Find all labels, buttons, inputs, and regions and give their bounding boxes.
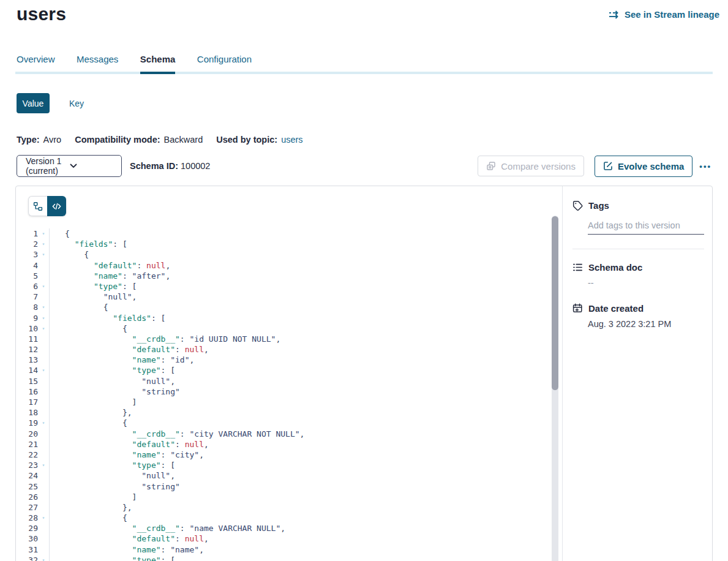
- gutter-line: 7: [24, 292, 49, 302]
- tags-section-header: Tags: [572, 200, 704, 211]
- schema-panel: 1▾2▾3▾456▾78▾9▾10▾11121314▾1516171819▾20…: [15, 186, 713, 561]
- fold-icon[interactable]: ▾: [38, 249, 49, 260]
- line-number: 3: [24, 249, 38, 260]
- gutter-line: 3▾: [24, 249, 49, 260]
- fold-icon[interactable]: ▾: [38, 313, 49, 323]
- edit-icon: [603, 161, 613, 171]
- code-line: {: [65, 249, 304, 260]
- gutter-line: 4: [24, 260, 49, 271]
- fold-icon: [38, 407, 49, 418]
- schema-id: Schema ID: 100002: [130, 161, 210, 171]
- fold-icon[interactable]: ▾: [38, 365, 49, 375]
- tab-bar: Overview Messages Schema Configuration: [15, 54, 713, 74]
- line-number: 21: [24, 439, 38, 450]
- code-line: ]: [65, 397, 304, 407]
- code-line: "type": [: [65, 555, 304, 561]
- gutter-line: 31: [24, 544, 49, 555]
- fold-icon: [38, 523, 49, 533]
- fold-icon: [38, 429, 49, 439]
- compare-versions-button[interactable]: Compare versions: [478, 156, 584, 176]
- gutter-line: 24: [24, 470, 49, 481]
- tab-messages[interactable]: Messages: [77, 54, 118, 72]
- key-tab-button[interactable]: Key: [64, 99, 89, 108]
- line-number: 24: [24, 470, 38, 481]
- fold-icon: [38, 533, 49, 544]
- fold-icon[interactable]: ▾: [38, 281, 49, 292]
- code-line: "name": "name",: [65, 544, 304, 555]
- line-number: 13: [24, 355, 38, 365]
- fold-icon[interactable]: ▾: [38, 323, 49, 334]
- line-number: 2: [24, 239, 38, 249]
- gutter-line: 8▾: [24, 302, 49, 312]
- code-line: "type": [: [65, 281, 304, 292]
- code-line: "type": [: [65, 365, 304, 375]
- gutter-line: 23▾: [24, 460, 49, 470]
- schema-code-pane: 1▾2▾3▾456▾78▾9▾10▾11121314▾1516171819▾20…: [16, 186, 562, 561]
- fold-icon: [38, 376, 49, 386]
- line-number: 1: [24, 228, 38, 239]
- code-line: "string": [65, 386, 304, 397]
- fold-icon: [38, 397, 49, 407]
- tab-schema[interactable]: Schema: [140, 54, 176, 74]
- type-label: Type:: [17, 135, 40, 145]
- gutter-line: 5: [24, 271, 49, 281]
- tree-view-button[interactable]: [28, 196, 47, 216]
- fold-icon[interactable]: ▾: [38, 228, 49, 239]
- fold-icon: [38, 292, 49, 302]
- value-key-toggle: Value Key: [17, 93, 89, 113]
- type-value: Avro: [43, 135, 62, 145]
- code-line: "__crdb__": "id UUID NOT NULL",: [65, 334, 304, 344]
- code-line: "name": "city",: [65, 450, 304, 460]
- code-line: {: [65, 323, 304, 334]
- line-number: 15: [24, 376, 38, 386]
- version-select[interactable]: Version 1 (current): [17, 155, 122, 177]
- code-line: "default": null,: [65, 260, 304, 271]
- fold-icon[interactable]: ▾: [38, 302, 49, 312]
- add-tags-input[interactable]: [588, 219, 704, 235]
- fold-icon[interactable]: ▾: [38, 555, 49, 561]
- fold-icon: [38, 260, 49, 271]
- fold-icon: [38, 481, 49, 492]
- line-number: 14: [24, 365, 38, 375]
- gutter-line: 2▾: [24, 239, 49, 249]
- code-view-button[interactable]: [47, 196, 66, 216]
- gutter-line: 17: [24, 397, 49, 407]
- fold-icon[interactable]: ▾: [38, 513, 49, 523]
- line-number: 5: [24, 271, 38, 281]
- more-actions-button[interactable]: •••: [698, 159, 713, 173]
- fold-icon: [38, 386, 49, 397]
- editor-scrollbar-thumb[interactable]: [552, 216, 558, 390]
- schema-doc-header: Schema doc: [572, 262, 704, 273]
- gutter-line: 29: [24, 523, 49, 533]
- tab-configuration[interactable]: Configuration: [197, 54, 252, 72]
- code-line: {: [65, 418, 304, 428]
- editor-scrollbar[interactable]: [552, 216, 558, 561]
- line-number: 18: [24, 407, 38, 418]
- line-number: 31: [24, 544, 38, 555]
- code-line: "__crdb__": "name VARCHAR NULL",: [65, 523, 304, 533]
- line-number: 32: [24, 555, 38, 561]
- topic-link[interactable]: users: [281, 135, 302, 145]
- stream-lineage-link[interactable]: See in Stream lineage: [609, 9, 719, 20]
- code-line: "string": [65, 481, 304, 492]
- date-created-header: Date created: [572, 303, 704, 314]
- fold-icon[interactable]: ▾: [38, 460, 49, 470]
- line-number: 20: [24, 429, 38, 439]
- gutter-line: 15: [24, 376, 49, 386]
- code-line: ]: [65, 492, 304, 502]
- gutter-line: 16: [24, 386, 49, 397]
- fold-icon[interactable]: ▾: [38, 418, 49, 428]
- fold-icon[interactable]: ▾: [38, 239, 49, 249]
- gutter-line: 26: [24, 492, 49, 502]
- tab-overview[interactable]: Overview: [17, 54, 55, 72]
- schema-json-editor[interactable]: 1▾2▾3▾456▾78▾9▾10▾11121314▾1516171819▾20…: [16, 228, 551, 561]
- code-line: "type": [: [65, 460, 304, 470]
- versions-copy-icon: [486, 161, 496, 171]
- evolve-schema-button[interactable]: Evolve schema: [595, 156, 692, 177]
- gutter-line: 14▾: [24, 365, 49, 375]
- line-number: 10: [24, 323, 38, 334]
- date-created-value: Aug. 3 2022 3:21 PM: [588, 319, 704, 329]
- calendar-plus-icon: [572, 303, 583, 314]
- value-tab-button[interactable]: Value: [17, 93, 50, 113]
- code-line: "name": "after",: [65, 271, 304, 281]
